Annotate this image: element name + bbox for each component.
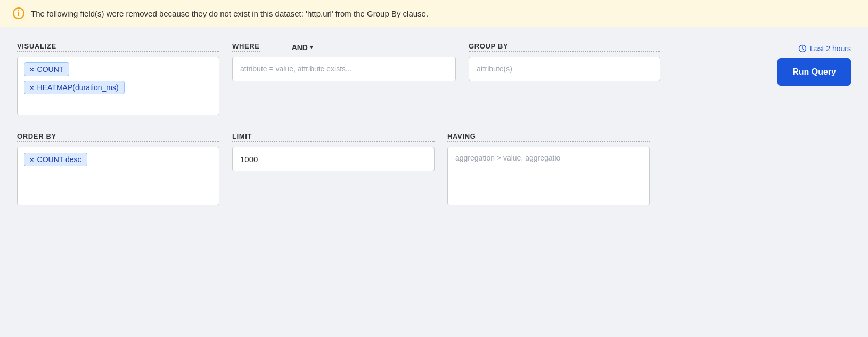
visualize-box: × COUNT × HEATMAP(duration_ms) [17,57,219,115]
top-right-actions: Last 2 hours Run Query [777,42,851,86]
where-label: WHERE [232,42,260,52]
svg-line-2 [803,49,804,50]
where-group: WHERE AND ▾ attribute = value, attribute… [232,42,456,81]
heatmap-tag-label: HEATMAP(duration_ms) [37,83,119,92]
having-box[interactable]: aggregation > value, aggregatio [447,147,650,205]
warning-icon: i [13,7,24,19]
chevron-down-icon: ▾ [310,44,313,51]
group-by-box[interactable]: attribute(s) [469,57,660,81]
limit-box[interactable]: 1000 [232,147,435,171]
and-label: AND [292,43,308,52]
group-by-label: GROUP BY [469,42,660,52]
where-placeholder: attribute = value, attribute exists... [240,65,352,73]
visualize-label: VISUALIZE [17,42,219,52]
having-placeholder: aggregation > value, aggregatio [455,154,560,162]
order-by-group: ORDER BY × COUNT desc [17,132,219,205]
bottom-row: ORDER BY × COUNT desc LIMIT 1000 HAVING … [17,132,851,205]
group-by-placeholder: attribute(s) [477,65,512,73]
main-content: VISUALIZE × COUNT × HEATMAP(duration_ms)… [0,27,868,220]
run-query-label: Run Query [792,67,836,77]
limit-group: LIMIT 1000 [232,132,435,171]
warning-text: The following field(s) were removed beca… [31,9,428,18]
count-desc-tag-remove[interactable]: × [30,156,34,163]
top-row: VISUALIZE × COUNT × HEATMAP(duration_ms)… [17,42,851,115]
count-desc-tag[interactable]: × COUNT desc [24,153,87,166]
having-group: HAVING aggregation > value, aggregatio [447,132,650,205]
heatmap-tag[interactable]: × HEATMAP(duration_ms) [24,81,125,94]
visualize-group: VISUALIZE × COUNT × HEATMAP(duration_ms) [17,42,219,115]
count-tag[interactable]: × COUNT [24,62,69,76]
and-button[interactable]: AND ▾ [292,43,313,52]
count-tag-remove[interactable]: × [30,66,34,73]
count-tag-label: COUNT [37,65,64,74]
time-range-button[interactable]: Last 2 hours [798,42,851,53]
clock-icon [798,44,807,53]
run-query-button[interactable]: Run Query [777,58,851,86]
having-label: HAVING [447,132,650,142]
time-range-label: Last 2 hours [810,44,851,53]
group-by-group: GROUP BY attribute(s) [469,42,660,81]
order-by-label: ORDER BY [17,132,219,142]
count-desc-tag-label: COUNT desc [37,155,81,164]
limit-value: 1000 [240,155,258,164]
where-header: WHERE AND ▾ [232,42,456,52]
order-by-box: × COUNT desc [17,147,219,205]
limit-label: LIMIT [232,132,435,142]
heatmap-tag-remove[interactable]: × [30,84,34,91]
where-box[interactable]: attribute = value, attribute exists... [232,57,456,81]
warning-banner: i The following field(s) were removed be… [0,0,868,27]
